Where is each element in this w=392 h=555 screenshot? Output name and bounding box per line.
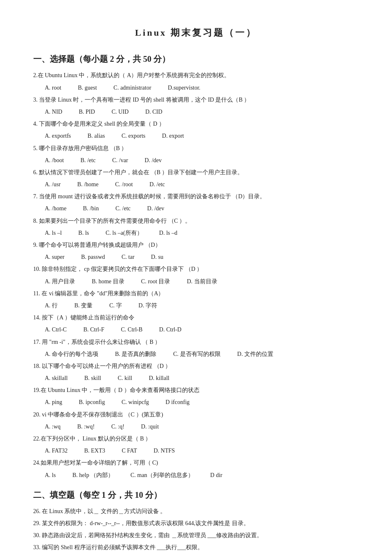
options-q10: A. 用户目录B. home 目录C. root 目录D. 当前目录 (45, 276, 359, 287)
option: B. EXT3 (84, 445, 105, 456)
options-q20: A. :wqB. :wq!C. :q!D. :quit (45, 421, 359, 432)
option: C. root 目录 (141, 276, 170, 287)
section2-title: 二、填空题（每空 1 分，共 10 分） (33, 488, 359, 502)
option: B. 是否真的删除 (115, 349, 156, 359)
option: B. /home (77, 179, 98, 190)
option: A. exportfs (45, 131, 71, 141)
option: D. 字符 (139, 300, 157, 311)
option: A. Ctrl-C (45, 324, 67, 335)
options-q6: A. /usrB. /homeC. /rootD. /etc (45, 179, 359, 190)
question-q7: 7. 当使用 mount 进行设备或者文件系统挂载的时候，需要用到的设备名称位于… (33, 191, 359, 202)
question-q20: 20. vi 中哪条命令是不保存强制退出 （C ）(第五章) (33, 409, 359, 420)
option: C. man（列举的信息多） (130, 470, 193, 480)
option: A. NID (45, 107, 62, 117)
option: A. /boot (45, 155, 64, 166)
option: B. :wq! (77, 421, 95, 432)
option: A. 命令行的每个选项 (45, 349, 98, 359)
option: A. 行 (45, 300, 58, 311)
question-q8: 8. 如果要列出一个目录下的所有文件需要使用命令行 （C ）。 (33, 216, 359, 226)
option: D. ls –d (159, 228, 178, 238)
question-q18: 18. 以下哪个命令可以终止一个用户的所有进程 （D ） (33, 361, 359, 371)
option: C. administrator (114, 83, 151, 93)
option: B. home 目录 (92, 276, 124, 287)
options-q2: A. rootB. guestC. administratorD.supervi… (45, 83, 359, 93)
option: C FAT (122, 445, 137, 456)
option: C. Ctrl-B (121, 324, 142, 335)
option: A. skillall (45, 373, 68, 383)
option: D. NTFS (153, 445, 175, 456)
options-q19: A. pingB. ipconfigC. winipcfgD ifconfig (45, 397, 359, 407)
options-q7: A. /homeB. /binC. /etcD. /dev (45, 203, 359, 214)
options-q8: A. ls –lB. lsC. ls –a(所有）D. ls –d (45, 228, 359, 238)
option: C. /var (112, 155, 128, 166)
page-title: Linux 期末复习题（一） (33, 25, 359, 40)
option: A. ping (45, 397, 62, 407)
options-q9: A. superB. passwdC. tarD. su (45, 252, 359, 262)
option: B. help （内部） (72, 470, 114, 480)
options-q11: A. 行B. 变量C. 字D. 字符 (45, 300, 359, 311)
option: C. exports (122, 131, 146, 141)
question-q11: 11. 在 vi 编辑器里，命令 "dd"用来删除当前的（A） (33, 288, 359, 299)
option: A. /usr (45, 179, 61, 190)
option: A. ls –l (45, 228, 62, 238)
option: C. ls –a(所有） (106, 228, 143, 238)
options-q4: A. exportfsB. aliasC. exportsD. export (45, 131, 359, 141)
option: A. super (45, 252, 64, 262)
fill-question-fq26: 26. 在 Linux 系统中，以＿ 文件的＿方式访问设备 。 (33, 506, 359, 516)
option: C. /etc (115, 203, 131, 214)
options-q18: A. skillallB. skillC. killD. killall (45, 373, 359, 383)
question-q5: 5. 哪个目录存放用户密码信息 （B ） (33, 143, 359, 153)
option: D. /dev (147, 203, 164, 214)
options-q22: A. FAT32B. EXT3C FATD. NTFS (45, 445, 359, 456)
option: C. UID (112, 107, 129, 117)
options-q5: A. /bootB. /etcC. /varD. /dev (45, 155, 359, 166)
question-q24: 24.如果用户想对某一命令详细的了解，可用（ C) (33, 458, 359, 468)
option: A. :wq (45, 421, 61, 432)
option: B. ls (78, 228, 89, 238)
option: A. ls (45, 470, 56, 480)
option: D. CID (145, 107, 162, 117)
options-q17: A. 命令行的每个选项B. 是否真的删除C. 是否有写的权限D. 文件的位置 (45, 349, 359, 359)
fill-question-fq29: 29. 某文件的权限为： d-rw-_r--_r--，用数值形式表示该权限 64… (33, 518, 359, 528)
option: A. FAT32 (45, 445, 68, 456)
option: B. guest (78, 83, 97, 93)
question-q4: 4. 下面哪个命令是用来定义 shell 的全局变量（ D ） (33, 119, 359, 129)
option: D. export (162, 131, 184, 141)
question-q6: 6. 默认情况下管理员创建了一个用户，就会在 （B ）目录下创建一个用户主目录。 (33, 167, 359, 178)
option: C. /root (115, 179, 133, 190)
option: B. 变量 (74, 300, 93, 311)
fill-question-fq30: 30. 静态路由设定后，若网络拓扑结构发生变化，需由 ＿系统管理员 ___修改路… (33, 530, 359, 540)
option: C. kill (118, 373, 132, 383)
fill-question-fq33: 33. 编写的 Shell 程序运行前必须赋予该脚本文件 ___执行___权限。 (33, 542, 359, 553)
option: B. ipconfig (79, 397, 105, 407)
option: D. Ctrl-D (159, 324, 182, 335)
option: D. :quit (141, 421, 159, 432)
option: B. /etc (80, 155, 96, 166)
option: A. root (45, 83, 61, 93)
option: D. 当前目录 (187, 276, 217, 287)
option: D. 文件的位置 (237, 349, 273, 359)
option: D dir (210, 470, 222, 480)
option: C. tar (122, 252, 134, 262)
option: B. skill (84, 373, 101, 383)
option: C. :q! (111, 421, 124, 432)
question-q19: 19.在 Ubuntu Linux 中，一般用（ D ）命令来查看网络接口的状态 (33, 385, 359, 395)
question-q10: 10. 除非特别指定， cp 假定要拷贝的文件在下面哪个目录下 （D ） (33, 264, 359, 274)
option: B. /bin (83, 203, 99, 214)
option: C. 字 (109, 300, 122, 311)
option: D.supervistor. (168, 83, 201, 93)
option: D. /etc (149, 179, 165, 190)
option: D. /dev (145, 155, 162, 166)
options-q3: A. NIDB. PIDC. UIDD. CID (45, 107, 359, 117)
option: B. passwd (81, 252, 105, 262)
question-q3: 3. 当登录 Linux 时，一个具有唯一进程 ID 号的 shell 将被调用… (33, 95, 359, 105)
option: A. 用户目录 (45, 276, 75, 287)
options-q24: A. lsB. help （内部）C. man（列举的信息多）D dir (45, 470, 359, 480)
option: A. /home (45, 203, 66, 214)
option: C. winipcfg (122, 397, 149, 407)
option: D. su (151, 252, 163, 262)
question-q17: 17. 用 "rm -i"，系统会提示什么来让你确认 （ B ） (33, 337, 359, 347)
question-q22: 22.在下列分区中， Linux 默认的分区是（ B ） (33, 433, 359, 444)
option: D ifconfig (166, 397, 190, 407)
question-q9: 9. 哪个命令可以将普通用户转换成超级用户 （D） (33, 240, 359, 250)
